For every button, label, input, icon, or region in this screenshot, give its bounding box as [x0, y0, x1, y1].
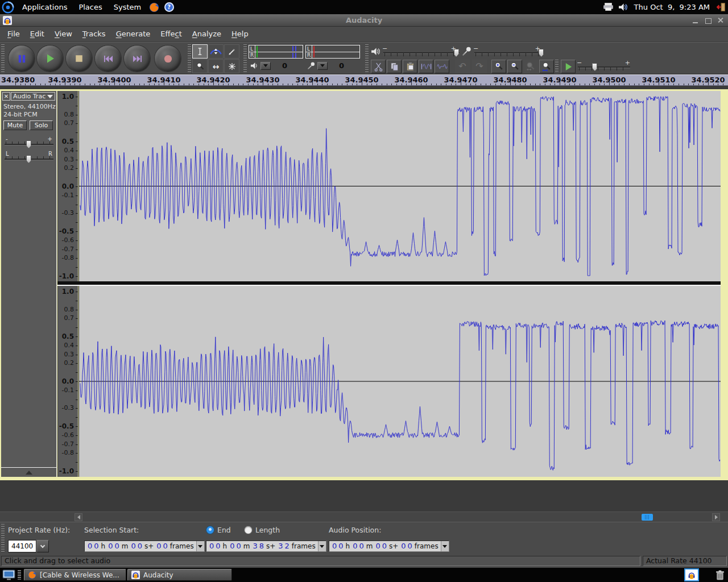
menu-analyze[interactable]: Analyze	[187, 27, 226, 41]
undo-button[interactable]: ↶	[455, 60, 470, 73]
project-rate-dropdown[interactable]	[36, 540, 49, 552]
main-menu-icon[interactable]	[2, 1, 14, 14]
copy-button[interactable]	[387, 60, 402, 73]
transport-toolbar-grip[interactable]	[1, 44, 5, 73]
close-icon[interactable]	[717, 16, 725, 24]
window-titlebar[interactable]: Audacity	[0, 14, 728, 27]
mixer-toolbar-grip[interactable]	[365, 44, 369, 73]
playback-speed-slider[interactable]: −+	[578, 61, 630, 73]
play-at-speed-button[interactable]	[561, 60, 576, 73]
record-button[interactable]	[155, 45, 181, 72]
end-radio[interactable]	[206, 526, 214, 534]
tools-toolbar-grip[interactable]	[188, 44, 191, 73]
transcription-toolbar-grip[interactable]	[555, 60, 559, 73]
audio-position-field[interactable]: 00h00m00s+00frames	[329, 541, 449, 552]
menu-effect[interactable]: Effect	[155, 27, 187, 41]
output-meter-dropdown[interactable]	[260, 62, 271, 70]
time-field-dropdown[interactable]	[318, 541, 326, 551]
menu-file[interactable]: File	[2, 27, 25, 41]
output-volume-slider[interactable]: −+	[383, 47, 460, 59]
menu-edit[interactable]: Edit	[25, 27, 49, 41]
trim-audio-button[interactable]	[419, 60, 433, 73]
applications-menu[interactable]: Applications	[16, 0, 73, 14]
track-gain-slider[interactable]: - +	[5, 136, 53, 149]
envelope-tool[interactable]	[208, 44, 224, 59]
time-digits[interactable]: 00	[209, 541, 222, 551]
time-digits[interactable]: 00	[353, 541, 366, 551]
menu-help[interactable]: Help	[226, 27, 254, 41]
scroll-right-button[interactable]	[712, 513, 720, 521]
selection-tool[interactable]	[192, 44, 208, 59]
meter-toolbar-grip[interactable]	[243, 44, 247, 73]
taskbar-task-firefox[interactable]: [Cable & Wireless We...	[24, 569, 126, 581]
minimize-icon[interactable]	[692, 16, 700, 24]
help-launcher-icon[interactable]: ?	[163, 2, 175, 13]
time-digits[interactable]: 00	[108, 541, 121, 551]
input-volume-slider[interactable]: −+	[474, 47, 544, 59]
time-digits[interactable]: 00	[131, 541, 144, 551]
trash-icon[interactable]	[715, 570, 725, 580]
printer-icon[interactable]	[603, 2, 614, 13]
timeline-ruler[interactable]: 34.938034.939034.940034.941034.942034.94…	[0, 74, 728, 86]
clock[interactable]: Thu Oct 9, 9:23 AM	[631, 3, 713, 11]
taskbar-task-audacity[interactable]: Audacity	[127, 569, 232, 581]
places-menu[interactable]: Places	[73, 0, 107, 14]
time-digits[interactable]: 00	[401, 541, 414, 551]
draw-tool[interactable]	[224, 44, 239, 59]
output-level-meter[interactable]: L R	[249, 45, 303, 59]
time-digits[interactable]: 32	[278, 541, 291, 551]
time-digits[interactable]: 00	[375, 541, 388, 551]
maximize-icon[interactable]	[704, 16, 712, 24]
selection-start-field[interactable]: 00h00m00s+00frames	[84, 541, 205, 552]
firefox-launcher-icon[interactable]	[148, 2, 160, 13]
menu-view[interactable]: View	[49, 27, 77, 41]
tasklist-handle[interactable]	[18, 570, 21, 580]
stop-button[interactable]	[66, 45, 92, 72]
timeshift-tool[interactable]: ↔	[208, 59, 224, 73]
project-rate-value[interactable]: 44100	[8, 540, 36, 552]
time-field-dropdown[interactable]	[441, 541, 449, 551]
time-field-dropdown[interactable]	[196, 541, 204, 551]
pause-button[interactable]	[9, 45, 35, 72]
solo-button[interactable]: Solo	[30, 120, 53, 130]
track-gain-thumb[interactable]	[26, 140, 31, 148]
time-digits[interactable]: 00	[88, 541, 101, 551]
input-level-meter[interactable]: L R	[305, 45, 360, 59]
vertical-ruler-right-channel[interactable]: 1.00.80.70.50.40.30.20.0-0.1-0.3-0.5-0.6…	[57, 286, 78, 477]
show-desktop-button[interactable]	[2, 569, 15, 580]
track-pan-thumb[interactable]	[26, 155, 31, 163]
play-button[interactable]	[37, 45, 63, 72]
time-digits[interactable]: 00	[332, 541, 345, 551]
waveform-left-channel[interactable]	[78, 91, 721, 281]
track-menu-dropdown[interactable]: Audio Trac	[11, 92, 55, 101]
zoom-tool[interactable]	[192, 59, 208, 73]
menu-tracks[interactable]: Tracks	[77, 27, 111, 41]
time-digits[interactable]: 00	[156, 541, 169, 551]
track-pan-slider[interactable]: L R	[5, 151, 53, 164]
zoom-to-selection-button[interactable]	[539, 60, 554, 73]
skip-to-end-button[interactable]	[124, 45, 150, 72]
silence-audio-button[interactable]	[435, 60, 449, 73]
mute-button[interactable]: Mute	[3, 120, 27, 130]
selection-end-field[interactable]: 00h00m38s+32frames	[206, 541, 326, 552]
selection-toolbar-grip[interactable]	[1, 524, 5, 552]
horizontal-scrollbar[interactable]	[0, 512, 728, 522]
length-radio[interactable]	[245, 526, 252, 534]
time-digits[interactable]: 38	[253, 541, 266, 551]
cut-button[interactable]	[371, 60, 386, 73]
logout-icon[interactable]	[715, 2, 726, 13]
track-resize-handle[interactable]	[1, 467, 56, 477]
fit-project-button[interactable]	[523, 60, 538, 73]
multi-tool[interactable]	[224, 59, 239, 73]
redo-button[interactable]: ↷	[472, 60, 487, 73]
waveform-right-channel[interactable]	[78, 286, 721, 477]
volume-icon[interactable]	[618, 2, 629, 13]
time-digits[interactable]: 00	[230, 541, 243, 551]
input-meter-dropdown[interactable]	[317, 62, 328, 70]
scrollbar-thumb[interactable]	[642, 514, 653, 521]
paste-button[interactable]	[403, 60, 417, 73]
zoom-out-button[interactable]	[507, 60, 522, 73]
tray-audacity-icon[interactable]	[684, 568, 699, 581]
track-close-button[interactable]: ✕	[2, 92, 10, 101]
menu-generate[interactable]: Generate	[111, 27, 156, 41]
